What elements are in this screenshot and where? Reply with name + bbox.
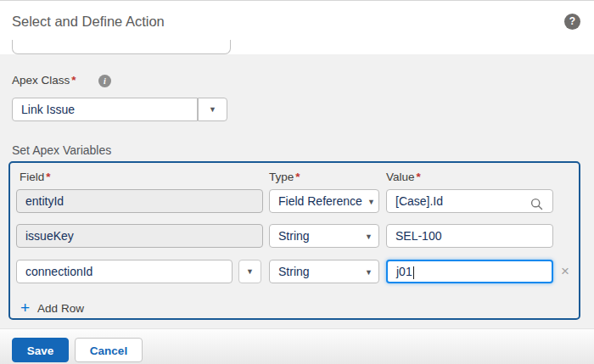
column-header-value: Value* [386,171,421,183]
chevron-down-icon: ▼ [365,226,373,248]
search-icon[interactable] [530,195,543,213]
add-row-label: Add Row [37,302,84,315]
help-icon[interactable]: ? [564,14,580,30]
chevron-down-icon: ▼ [246,260,254,283]
field-dropdown-button-row3[interactable]: ▼ [238,260,261,283]
chevron-down-icon: ▼ [209,98,216,120]
apex-class-combobox[interactable]: Link Issue [12,98,198,121]
field-header-text: Field [20,171,44,183]
field-input-row1: entityId [16,189,263,213]
apex-class-dropdown-button[interactable]: ▼ [198,98,227,121]
select-define-action-panel: Select and Define Action ? Apex Class* i… [0,0,594,364]
page-title: Select and Define Action [12,14,165,30]
required-asterisk: * [71,74,76,87]
type-select-row1-value: Field Reference [278,194,362,208]
type-header-text: Type [269,171,294,183]
add-row-button[interactable]: +Add Row [20,299,84,317]
cancel-button[interactable]: Cancel [75,338,143,362]
type-select-row3-value: String [278,265,310,278]
field-combobox-row3[interactable]: connectionId [16,260,233,283]
type-select-row2[interactable]: String ▼ [269,224,379,248]
plus-icon: + [20,299,30,316]
save-button[interactable]: Save [12,338,69,362]
required-asterisk: * [417,171,421,183]
action-name-input-cutoff[interactable] [12,40,231,54]
footer-bar: Save Cancel [0,328,594,364]
apex-class-label: Apex Class* [12,74,76,87]
chevron-down-icon: ▼ [367,191,375,213]
chevron-down-icon: ▼ [365,261,373,283]
value-input-row1[interactable]: [Case].Id [386,189,553,213]
close-icon[interactable]: × [558,262,573,281]
info-icon[interactable]: i [98,75,111,87]
column-header-field: Field* [20,171,51,183]
value-header-text: Value [386,171,415,183]
field-input-row2: issueKey [16,224,263,248]
required-asterisk: * [46,171,50,183]
type-select-row3[interactable]: String ▼ [269,260,379,283]
value-input-row1-text: [Case].Id [395,194,443,208]
type-select-row1[interactable]: Field Reference ▼ [269,189,379,213]
value-input-row3-text: j01 [396,265,412,278]
column-header-type: Type* [269,171,300,183]
value-input-row2[interactable]: SEL-100 [386,224,553,248]
required-asterisk: * [295,171,300,183]
value-input-row3-focused[interactable]: j01 [386,260,553,283]
text-cursor [413,266,415,279]
set-apex-variables-title: Set Apex Variables [12,143,111,157]
type-select-row2-value: String [278,229,310,243]
apex-class-label-text: Apex Class [12,74,70,87]
